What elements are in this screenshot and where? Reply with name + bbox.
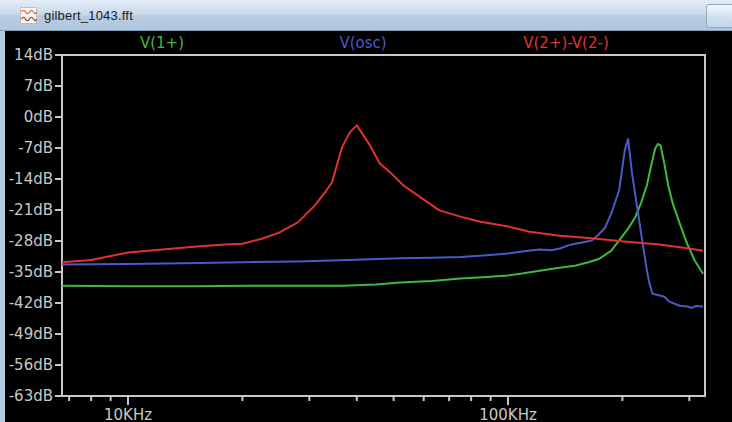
plot-border xyxy=(62,55,705,396)
y-axis-tick-label: 0dB xyxy=(24,108,53,126)
trace-vosc xyxy=(62,139,703,308)
trace-v2diff xyxy=(62,125,703,262)
y-axis-tick-label: -49dB xyxy=(9,325,53,343)
y-axis-tick-label: -21dB xyxy=(9,201,53,219)
y-axis-tick-label: -14dB xyxy=(9,170,53,188)
y-axis-tick-label: -35dB xyxy=(9,263,53,281)
waveform-icon xyxy=(20,7,37,24)
fft-chart[interactable]: 14dB7dB0dB-7dB-14dB-21dB-28dB-35dB-42dB-… xyxy=(0,31,732,422)
y-axis-tick-label: -63dB xyxy=(9,387,53,405)
window-title: gilbert_1043.fft xyxy=(44,8,133,23)
plot-pane[interactable]: V(1+) V(osc) V(2+)-V(2-) 14dB7dB0dB-7dB-… xyxy=(0,31,732,422)
window-titlebar[interactable]: gilbert_1043.fft xyxy=(0,0,732,31)
y-axis-tick-label: -28dB xyxy=(9,232,53,250)
x-axis-tick-label: 10KHz xyxy=(104,406,152,422)
y-axis-tick-label: -7dB xyxy=(18,139,53,157)
y-axis-tick-label: -56dB xyxy=(9,356,53,374)
y-axis-tick-label: 14dB xyxy=(14,46,53,64)
fft-plot-window: gilbert_1043.fft V(1+) V(osc) V(2+)-V(2-… xyxy=(0,0,732,422)
y-axis-tick-label: -42dB xyxy=(9,294,53,312)
x-axis-tick-label: 100KHz xyxy=(479,406,537,422)
y-axis-tick-label: 7dB xyxy=(24,77,53,95)
window-button-partial[interactable] xyxy=(706,4,732,28)
